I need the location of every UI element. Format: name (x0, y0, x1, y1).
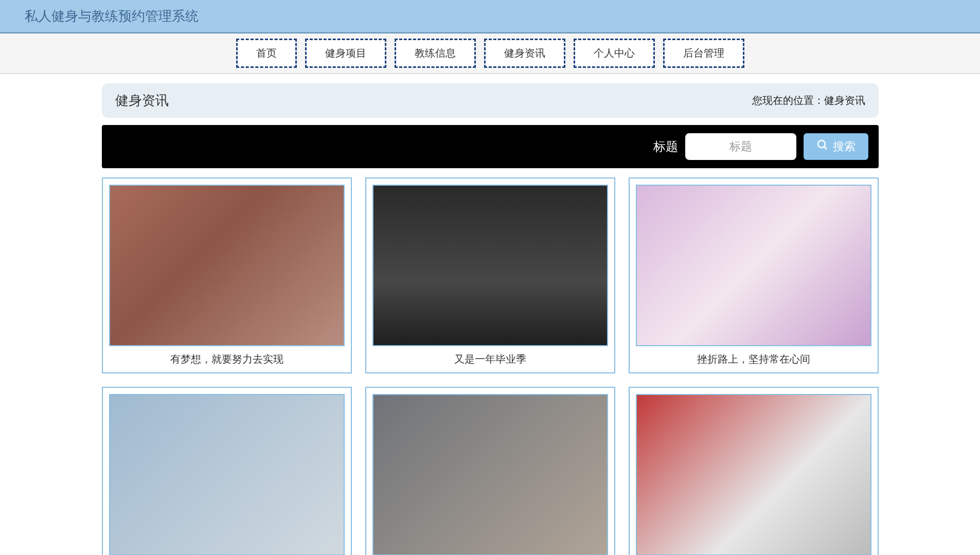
article-image-frame (109, 185, 345, 346)
article-image (373, 395, 607, 554)
article-card[interactable] (365, 387, 615, 555)
nav-item-coaches[interactable]: 教练信息 (395, 39, 476, 68)
search-input[interactable] (685, 133, 796, 160)
article-grid: 有梦想，就要努力去实现 又是一年毕业季 挫折路上，坚持常在心间 (102, 177, 879, 555)
article-card[interactable] (629, 387, 879, 555)
article-title: 又是一年毕业季 (454, 352, 526, 366)
app-header: 私人健身与教练预约管理系统 (0, 0, 980, 33)
article-image (637, 395, 870, 554)
article-image-frame (372, 185, 608, 346)
search-icon (816, 139, 829, 154)
article-card[interactable]: 挫折路上，坚持常在心间 (629, 177, 879, 373)
article-title: 挫折路上，坚持常在心间 (697, 352, 810, 366)
search-button-label: 搜索 (833, 139, 856, 154)
svg-line-1 (824, 147, 827, 149)
article-image (110, 395, 344, 554)
svg-point-0 (818, 140, 825, 148)
article-card[interactable]: 有梦想，就要努力去实现 (102, 177, 352, 373)
main-nav: 首页 健身项目 教练信息 健身资讯 个人中心 后台管理 (0, 39, 980, 68)
article-image (637, 186, 870, 345)
search-bar: 标题 搜索 (102, 125, 879, 168)
article-image-frame (109, 394, 345, 555)
nav-item-profile[interactable]: 个人中心 (574, 39, 655, 68)
main-content: 健身资讯 您现在的位置：健身资讯 标题 搜索 有梦想，就要努力去实现 又是一年毕… (97, 83, 884, 555)
article-card[interactable] (102, 387, 352, 555)
nav-item-admin[interactable]: 后台管理 (663, 39, 744, 68)
article-title: 有梦想，就要努力去实现 (170, 352, 283, 366)
article-card[interactable]: 又是一年毕业季 (365, 177, 615, 373)
nav-item-programs[interactable]: 健身项目 (305, 39, 386, 68)
breadcrumb: 健身资讯 您现在的位置：健身资讯 (102, 83, 879, 118)
search-button[interactable]: 搜索 (804, 133, 868, 160)
article-image-frame (636, 394, 871, 555)
article-image-frame (636, 185, 871, 346)
nav-item-home[interactable]: 首页 (236, 39, 297, 68)
page-title: 健身资讯 (115, 92, 169, 110)
breadcrumb-location: 您现在的位置：健身资讯 (752, 94, 865, 108)
nav-bar: 首页 健身项目 教练信息 健身资讯 个人中心 后台管理 (0, 33, 980, 74)
search-label: 标题 (653, 138, 678, 155)
app-title: 私人健身与教练预约管理系统 (25, 7, 955, 25)
nav-item-news[interactable]: 健身资讯 (484, 39, 565, 68)
breadcrumb-prefix: 您现在的位置： (752, 95, 824, 106)
article-image-frame (372, 394, 608, 555)
article-image (110, 186, 344, 345)
article-image (373, 186, 607, 345)
breadcrumb-current: 健身资讯 (824, 95, 865, 106)
